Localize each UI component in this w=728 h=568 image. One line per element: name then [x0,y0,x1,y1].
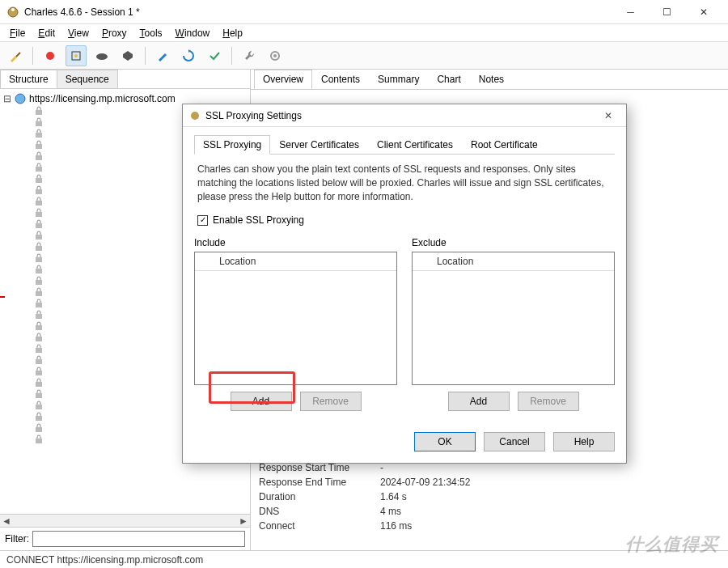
lock-icon [34,163,44,172]
exclude-header: Location [413,252,614,271]
filter-input[interactable] [32,531,245,547]
tree-root-label: https://licensing.mp.microsoft.com [29,93,176,104]
exclude-remove-button[interactable]: Remove [518,392,579,411]
svg-rect-25 [36,257,42,262]
tab-contents[interactable]: Contents [312,70,369,89]
menu-proxy[interactable]: Proxy [97,26,132,40]
lock-icon [34,287,44,297]
record-icon[interactable] [40,45,61,66]
status-bar: CONNECT https://licensing.mp.microsoft.c… [0,550,728,568]
menu-edit[interactable]: Edit [33,26,60,40]
include-remove-button[interactable]: Remove [300,392,362,411]
svg-point-10 [273,54,277,57]
svg-rect-33 [36,348,42,353]
lock-icon [34,310,44,320]
check-icon[interactable] [204,45,225,66]
svg-rect-16 [36,155,42,160]
svg-point-1 [11,8,15,11]
svg-rect-30 [36,314,42,319]
dialog-close-icon[interactable]: ✕ [597,107,620,125]
lock-icon [34,378,44,388]
menubar: File Edit View Proxy Tools Window Help [0,24,728,42]
menu-file[interactable]: File [5,26,30,40]
maximize-button[interactable]: ☐ [649,1,685,23]
dlg-tab-root[interactable]: Root Certificate [462,135,547,155]
lock-icon [34,106,44,116]
globe-icon [15,93,26,104]
enable-ssl-checkbox[interactable]: ✓ Enable SSL Proxying [194,211,615,229]
menu-help[interactable]: Help [218,26,248,40]
dialog-titlebar[interactable]: SSL Proxying Settings ✕ [183,104,626,127]
close-button[interactable]: ✕ [685,1,722,23]
tab-summary[interactable]: Summary [369,70,428,89]
lock-icon [34,253,44,263]
detail-key: Connect [259,520,380,532]
help-button[interactable]: Help [553,432,615,451]
scroll-right-icon[interactable]: ► [237,515,250,527]
dlg-tab-server[interactable]: Server Certificates [270,135,368,155]
detail-val: 1.64 s [380,491,720,502]
filter-row: Filter: [0,527,250,550]
highlight-box [209,371,295,404]
cancel-button[interactable]: Cancel [484,432,545,451]
exclude-list[interactable]: Location [412,252,615,385]
lock-icon [34,321,44,331]
status-text: CONNECT https://licensing.mp.microsoft.c… [6,554,203,566]
titlebar: Charles 4.6.6 - Session 1 * ─ ☐ ✕ [0,0,728,24]
lock-icon [34,219,44,229]
menu-window[interactable]: Window [171,26,215,40]
svg-rect-22 [36,223,42,228]
enable-ssl-label: Enable SSL Proxying [213,214,304,226]
lock-icon [34,389,44,399]
detail-key: Duration [259,491,380,502]
svg-rect-13 [36,121,42,126]
svg-rect-29 [36,303,42,307]
tab-structure[interactable]: Structure [0,70,57,88]
refresh-icon[interactable] [178,45,199,66]
detail-val: 2024-07-09 21:34:52 [380,477,720,488]
filter-label: Filter: [5,533,29,545]
svg-rect-24 [36,246,42,251]
svg-rect-35 [36,371,42,375]
menu-tools[interactable]: Tools [135,26,167,40]
exclude-add-button[interactable]: Add [448,392,510,411]
scroll-left-icon[interactable]: ◄ [0,515,13,527]
svg-rect-37 [36,393,42,398]
lock-icon [34,276,44,286]
lock-icon [34,231,44,240]
throttle-icon[interactable] [66,45,87,66]
detail-val: 116 ms [380,520,720,532]
tab-notes[interactable]: Notes [470,70,513,89]
pen-icon[interactable] [152,45,173,66]
svg-rect-19 [36,189,42,194]
svg-rect-34 [36,359,42,364]
exclude-label: Exclude [412,234,615,252]
minimize-button[interactable]: ─ [612,1,649,23]
broom-icon[interactable] [5,45,26,66]
tab-overview[interactable]: Overview [254,70,312,89]
annotation-artifact [0,296,5,298]
dlg-tab-ssl[interactable]: SSL Proxying [194,135,270,155]
lock-icon [34,299,44,308]
gear-icon[interactable] [265,45,286,66]
dialog-description: Charles can show you the plain text cont… [194,155,615,211]
svg-rect-23 [36,235,42,239]
breakpoint-icon[interactable] [117,45,138,66]
watermark: 什么值得买 [625,532,718,557]
dlg-tab-client[interactable]: Client Certificates [368,135,462,155]
lock-icon [34,208,44,218]
app-icon [6,6,19,19]
hscroll[interactable]: ◄ ► [0,514,250,527]
turtle-icon[interactable] [91,45,112,66]
lock-icon [34,412,44,422]
tab-chart[interactable]: Chart [428,70,469,89]
ok-button[interactable]: OK [414,432,476,451]
svg-rect-40 [36,427,42,432]
svg-rect-36 [36,382,42,387]
lock-icon [34,129,44,138]
lock-icon [34,434,44,444]
include-list[interactable]: Location [194,252,397,385]
tab-sequence[interactable]: Sequence [57,70,118,88]
wrench-icon[interactable] [239,45,260,66]
menu-view[interactable]: View [63,26,94,40]
